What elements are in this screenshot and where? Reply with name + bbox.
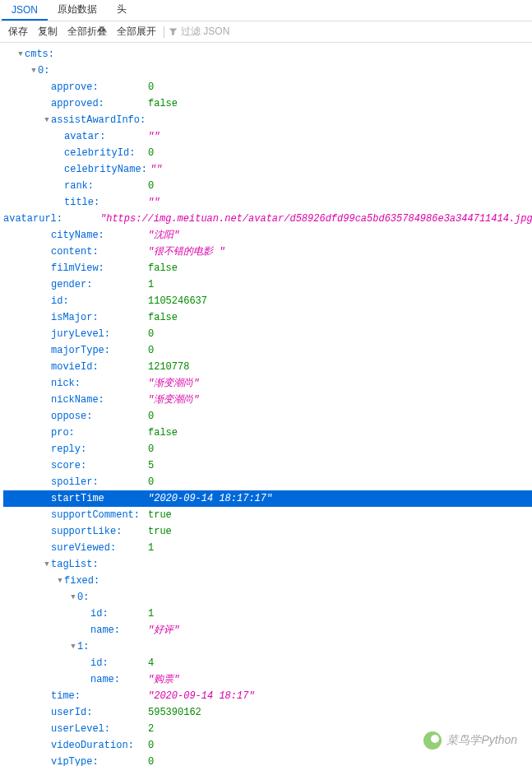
expand-toggle-icon[interactable]: ▼ <box>69 638 77 655</box>
json-value: "购票" <box>145 671 179 688</box>
expand-toggle-icon[interactable]: ▼ <box>30 63 38 79</box>
json-key: tagList: <box>51 556 145 573</box>
json-row[interactable]: startTime:"2020-09-14 18:17:17" <box>3 490 532 507</box>
json-row[interactable]: ▼assistAwardInfo: <box>3 112 532 128</box>
json-value: false <box>145 309 178 326</box>
json-key: nickName: <box>51 392 145 408</box>
json-value: 0 <box>145 326 154 342</box>
json-row[interactable]: oppose:0 <box>3 408 532 425</box>
json-row[interactable]: score:5 <box>3 457 532 474</box>
expand-toggle-icon[interactable]: ▼ <box>43 112 51 128</box>
expand-toggle-icon[interactable]: ▼ <box>43 556 51 573</box>
json-row[interactable]: ▼cmts: <box>3 46 532 63</box>
tab-json[interactable]: JSON <box>2 1 48 21</box>
json-key: id: <box>90 606 145 622</box>
json-row[interactable]: nickName:"渐变潮尚" <box>3 392 532 408</box>
json-value: 1 <box>145 540 154 556</box>
json-row[interactable]: id:4 <box>3 655 532 671</box>
json-key: filmView: <box>51 260 145 276</box>
json-value: 595390162 <box>145 704 201 721</box>
json-key: reply: <box>51 441 145 457</box>
json-row[interactable]: movieId:1210778 <box>3 359 532 375</box>
json-value: true <box>145 523 172 540</box>
expand-all-button[interactable]: 全部展开 <box>112 22 161 41</box>
save-button[interactable]: 保存 <box>3 22 33 41</box>
json-row[interactable]: id:1 <box>3 606 532 622</box>
json-tree[interactable]: ▼cmts:▼0:approve:0approved:false▼assistA… <box>0 43 532 766</box>
json-row[interactable]: cityName:"沈阳" <box>3 227 532 244</box>
json-value: 4 <box>145 655 154 671</box>
json-row[interactable]: ▼1: <box>3 638 532 655</box>
tab-raw-data[interactable]: 原始数据 <box>48 0 107 21</box>
json-row[interactable]: vipType:0 <box>3 754 532 766</box>
json-row[interactable]: celebrityId:0 <box>3 145 532 161</box>
json-value: "2020-09-14 18:17" <box>145 688 255 704</box>
json-row[interactable]: gender:1 <box>3 276 532 293</box>
json-key: oppose: <box>51 408 145 425</box>
json-row[interactable]: ▼0: <box>3 63 532 79</box>
json-row[interactable]: sureViewed:1 <box>3 540 532 556</box>
json-row[interactable]: juryLevel:0 <box>3 326 532 342</box>
json-row[interactable]: majorType:0 <box>3 342 532 359</box>
json-value: "" <box>145 128 160 145</box>
json-row[interactable]: time:"2020-09-14 18:17" <box>3 688 532 704</box>
json-row[interactable]: userId:595390162 <box>3 704 532 721</box>
collapse-all-button[interactable]: 全部折叠 <box>62 22 112 41</box>
json-key: name: <box>90 622 145 638</box>
json-key: approve: <box>51 79 145 95</box>
funnel-icon <box>169 27 178 36</box>
json-row[interactable]: reply:0 <box>3 441 532 457</box>
json-key: gender: <box>51 276 145 293</box>
json-row[interactable]: spoiler:0 <box>3 474 532 490</box>
json-row[interactable]: id:1105246637 <box>3 293 532 309</box>
json-row[interactable]: title:"" <box>3 194 532 211</box>
json-row[interactable]: isMajor:false <box>3 309 532 326</box>
json-row[interactable]: avatar:"" <box>3 128 532 145</box>
json-key: startTime: <box>51 490 145 507</box>
json-value: "渐变潮尚" <box>145 392 199 408</box>
json-row[interactable]: supportComment:true <box>3 507 532 523</box>
json-row[interactable]: supportLike:true <box>3 523 532 540</box>
json-row[interactable]: approve:0 <box>3 79 532 95</box>
json-row[interactable]: approved:false <box>3 95 532 112</box>
copy-button[interactable]: 复制 <box>33 22 62 41</box>
json-key: videoDuration: <box>51 737 145 754</box>
json-value: 1 <box>145 276 154 293</box>
json-row[interactable]: filmView:false <box>3 260 532 276</box>
json-key: supportComment: <box>51 507 145 523</box>
json-value: "2020-09-14 18:17:17" <box>145 490 272 507</box>
json-row[interactable]: ▼tagList: <box>3 556 532 573</box>
json-row[interactable]: avatarurl:"https://img.meituan.net/avata… <box>3 211 532 227</box>
json-row[interactable]: rank:0 <box>3 178 532 194</box>
json-key: userId: <box>51 704 145 721</box>
expand-toggle-icon[interactable]: ▼ <box>56 573 64 589</box>
json-row[interactable]: nick:"渐变潮尚" <box>3 375 532 392</box>
json-row[interactable]: pro:false <box>3 425 532 441</box>
json-row[interactable]: name:"购票" <box>3 671 532 688</box>
filter-json[interactable]: 过滤 JSON <box>169 25 229 39</box>
json-value: "" <box>147 161 162 178</box>
json-value: "渐变潮尚" <box>145 375 199 392</box>
tab-headers[interactable]: 头 <box>107 0 136 21</box>
json-key: id: <box>90 655 145 671</box>
json-value: 0 <box>145 474 154 490</box>
expand-toggle-icon[interactable]: ▼ <box>16 46 25 63</box>
json-value: 0 <box>145 737 154 754</box>
json-row[interactable]: ▼fixed: <box>3 573 532 589</box>
json-key: isMajor: <box>51 309 145 326</box>
json-key: celebrityId: <box>64 145 145 161</box>
json-key: vipType: <box>51 754 145 766</box>
json-key: avatarurl: <box>3 211 97 227</box>
json-key: majorType: <box>51 342 145 359</box>
json-value: 0 <box>145 79 154 95</box>
json-row[interactable]: name:"好评" <box>3 622 532 638</box>
json-row[interactable]: celebrityName:"" <box>3 161 532 178</box>
json-value: 0 <box>145 178 154 194</box>
toolbar-separator <box>164 26 164 38</box>
json-key: movieId: <box>51 359 145 375</box>
expand-toggle-icon[interactable]: ▼ <box>69 589 77 606</box>
json-row[interactable]: ▼0: <box>3 589 532 606</box>
json-value: false <box>145 260 178 276</box>
json-value: "" <box>145 194 160 211</box>
json-row[interactable]: content:"很不错的电影 " <box>3 244 532 260</box>
